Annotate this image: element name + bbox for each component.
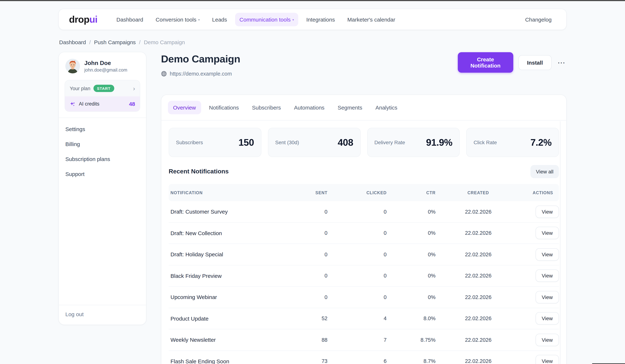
ai-credits-row[interactable]: AI credits 48: [65, 96, 140, 111]
table-body: Draft: Customer Survey 0 0 0% 22.02.2026…: [169, 201, 559, 364]
page-title: Demo Campaign: [161, 53, 240, 65]
cell-notification-name: Draft: Holiday Special: [169, 251, 291, 258]
view-button[interactable]: View: [535, 334, 559, 346]
cell-ctr: 0%: [387, 251, 436, 257]
nav-item-integrations[interactable]: Integrations: [302, 13, 339, 26]
logo-text-dark: drop: [69, 14, 90, 25]
nav-item-changelog[interactable]: Changelog: [521, 13, 556, 26]
create-notification-button[interactable]: Create Notification: [458, 52, 513, 73]
globe-icon: [161, 71, 167, 77]
stat-card-delivery-rate: Delivery Rate 91.9%: [367, 128, 460, 157]
cell-created: 22.02.2026: [436, 337, 521, 343]
stat-value: 150: [239, 137, 254, 148]
tab-notifications[interactable]: Notifications: [204, 101, 244, 114]
tab-segments[interactable]: Segments: [333, 101, 368, 114]
sidebar-spacer: [59, 185, 146, 305]
cell-created: 22.02.2026: [436, 209, 521, 215]
app-window: dropui Dashboard Conversion tools ▾ Lead…: [0, 0, 625, 364]
view-all-button[interactable]: View all: [531, 165, 559, 178]
scrollbar[interactable]: [560, 121, 560, 364]
cell-clicked: 0: [327, 209, 387, 215]
sidebar-item-settings[interactable]: Settings: [65, 121, 139, 137]
tab-automations[interactable]: Automations: [289, 101, 330, 114]
cell-ctr: 8.7%: [387, 358, 436, 364]
nav-item-marketer-s-calendar[interactable]: Marketer's calendar: [343, 13, 400, 26]
logout-button[interactable]: Log out: [59, 305, 146, 325]
nav-item-dashboard[interactable]: Dashboard: [112, 13, 148, 26]
cell-ctr: 0%: [387, 209, 436, 215]
sidebar-item-support[interactable]: Support: [65, 166, 139, 182]
table-header-row: NOTIFICATION SENT CLICKED CTR CREATED AC…: [169, 184, 559, 201]
cell-clicked: 6: [327, 358, 387, 364]
plan-badge: START: [93, 85, 114, 92]
sidebar: John Doe john.doe@gmail.com Your plan ST…: [59, 52, 146, 325]
cell-sent: 0: [291, 251, 327, 257]
breadcrumb-item-push-campaigns[interactable]: Push Campaigns: [94, 39, 136, 45]
user-identity: John Doe john.doe@gmail.com: [84, 60, 127, 73]
cell-clicked: 0: [327, 251, 387, 257]
sparkles-icon: [70, 101, 76, 107]
ai-credits-value: 48: [129, 101, 135, 107]
campaign-url-row: https://demo.example.com: [161, 71, 232, 77]
cell-created: 22.02.2026: [436, 294, 521, 300]
avatar: [65, 59, 80, 73]
view-button[interactable]: View: [535, 206, 559, 218]
nav-item-leads[interactable]: Leads: [208, 13, 231, 26]
chevron-right-icon: ›: [133, 85, 135, 91]
sidebar-item-billing[interactable]: Billing: [65, 137, 139, 152]
header-actions: Create Notification Install ⋯: [458, 52, 566, 73]
column-header-clicked: CLICKED: [327, 190, 387, 195]
cell-clicked: 0: [327, 273, 387, 279]
plan-row[interactable]: Your plan START ›: [65, 80, 140, 96]
cell-notification-name: Upcoming Webinar: [169, 294, 291, 300]
nav-item-conversion-tools[interactable]: Conversion tools ▾: [151, 13, 204, 26]
table-row: Draft: Holiday Special 0 0 0% 22.02.2026…: [169, 244, 559, 265]
stat-label: Subscribers: [176, 139, 203, 145]
cell-clicked: 7: [327, 337, 387, 343]
breadcrumb-separator: /: [139, 39, 141, 45]
cell-sent: 0: [291, 273, 327, 279]
install-button[interactable]: Install: [518, 55, 552, 70]
table-row: Draft: New Collection 0 0 0% 22.02.2026 …: [169, 222, 559, 244]
cell-notification-name: Draft: New Collection: [169, 230, 291, 236]
content-card: Overview Notifications Subscribers Autom…: [161, 94, 566, 364]
stat-label: Delivery Rate: [374, 139, 405, 145]
view-button[interactable]: View: [535, 227, 559, 239]
campaign-url[interactable]: https://demo.example.com: [170, 71, 232, 77]
tab-subscribers[interactable]: Subscribers: [247, 101, 286, 114]
cell-notification-name: Draft: Customer Survey: [169, 209, 291, 215]
column-header-actions: ACTIONS: [521, 190, 559, 195]
plan-box: Your plan START › AI credits 48: [65, 80, 140, 112]
breadcrumb: Dashboard/ Push Campaigns/ Demo Campaign: [59, 39, 185, 45]
more-options-button[interactable]: ⋯: [557, 57, 566, 68]
view-button[interactable]: View: [535, 355, 559, 364]
cell-clicked: 0: [327, 294, 387, 300]
sidebar-menu: Settings Billing Subscription plans Supp…: [59, 118, 146, 185]
window-edge-top: [0, 0, 625, 1]
view-button[interactable]: View: [535, 270, 559, 282]
cell-ctr: 8.75%: [387, 337, 436, 343]
stat-value: 7.2%: [531, 137, 552, 148]
plan-label: Your plan: [70, 86, 90, 91]
table-row: Draft: Customer Survey 0 0 0% 22.02.2026…: [169, 201, 559, 222]
stat-card-subscribers: Subscribers 150: [169, 128, 261, 157]
sidebar-item-subscription-plans[interactable]: Subscription plans: [65, 152, 139, 166]
logo-text-accent: ui: [90, 14, 97, 25]
notifications-table: NOTIFICATION SENT CLICKED CTR CREATED AC…: [169, 184, 559, 364]
stat-card-click-rate: Click Rate 7.2%: [466, 128, 559, 157]
logo[interactable]: dropui: [69, 14, 97, 25]
tab-analytics[interactable]: Analytics: [370, 101, 403, 114]
table-row: Flash Sale Ending Soon 73 6 8.7% 22.02.2…: [169, 351, 559, 364]
view-button[interactable]: View: [535, 291, 559, 303]
stat-cards: Subscribers 150 Sent (30d) 408 Delivery …: [161, 121, 566, 157]
view-button[interactable]: View: [535, 248, 559, 261]
column-header-notification: NOTIFICATION: [169, 190, 291, 195]
cell-sent: 0: [291, 230, 327, 236]
tab-overview[interactable]: Overview: [168, 101, 201, 114]
nav-item-communication-tools[interactable]: Communication tools ▾: [235, 13, 298, 26]
recent-notifications-header: Recent Notifications View all: [161, 157, 566, 178]
view-button[interactable]: View: [535, 312, 559, 325]
cell-notification-name: Weekly Newsletter: [169, 337, 291, 343]
breadcrumb-item-dashboard[interactable]: Dashboard: [59, 39, 86, 45]
tab-bar: Overview Notifications Subscribers Autom…: [161, 95, 566, 121]
